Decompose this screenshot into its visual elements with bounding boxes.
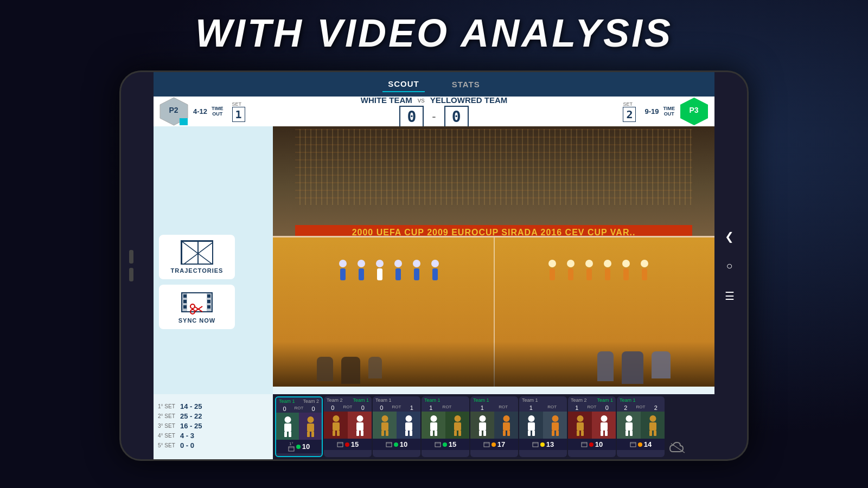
cloud-sync-icon bbox=[666, 396, 690, 457]
rally-item-4[interactable]: Team 1 1 ROT bbox=[422, 396, 469, 457]
rally-item-3[interactable]: Team 1 0 ROT 1 bbox=[373, 396, 420, 457]
p2-badge: P2 bbox=[159, 97, 189, 126]
trajectories-label: TRAJECTORIES bbox=[164, 267, 229, 274]
volume-up-button[interactable] bbox=[129, 250, 133, 264]
svg-rect-90 bbox=[605, 431, 608, 436]
rally-item-5[interactable]: Team 1 1 ROT bbox=[470, 396, 518, 457]
svg-rect-86 bbox=[581, 431, 584, 436]
rally-item-8[interactable]: Team 1 2 ROT 2 bbox=[617, 396, 665, 457]
svg-text:P3: P3 bbox=[689, 106, 698, 114]
rally-timeline[interactable]: Team 1 Team 2 0 ROT 0 bbox=[273, 394, 714, 459]
set-score-row-1: 1° SET 14 - 25 bbox=[158, 402, 269, 410]
rally-1-team-top: Team 1 bbox=[279, 399, 295, 404]
svg-rect-59 bbox=[454, 431, 457, 436]
tab-scout[interactable]: SCOUT bbox=[382, 76, 425, 92]
back-button[interactable]: ❮ bbox=[720, 227, 739, 246]
svg-point-23 bbox=[284, 416, 291, 423]
svg-rect-34 bbox=[333, 422, 340, 431]
svg-point-87 bbox=[601, 415, 607, 422]
svg-rect-40 bbox=[361, 431, 363, 436]
score-header: P2 4-12 TIMEOUT SET 1 WHITE TEAM vs YELL… bbox=[154, 97, 714, 126]
volume-buttons bbox=[129, 250, 133, 281]
svg-rect-15 bbox=[183, 305, 187, 309]
rally-1-badge: 1° 10 bbox=[276, 440, 322, 453]
svg-point-83 bbox=[577, 415, 583, 422]
svg-rect-50 bbox=[410, 431, 412, 436]
rally-2-num: 15 bbox=[351, 440, 359, 448]
set-score-row-2: 2° SET 25 - 22 bbox=[158, 412, 269, 420]
rally-7-num: 10 bbox=[595, 440, 603, 448]
rally-6-scores: 1 ROT bbox=[519, 404, 567, 412]
svg-rect-24 bbox=[284, 423, 291, 432]
recent-button[interactable]: ☰ bbox=[720, 286, 739, 305]
rally-4-scores: 1 ROT bbox=[422, 404, 469, 412]
svg-rect-96 bbox=[630, 431, 633, 436]
svg-rect-16 bbox=[207, 294, 210, 298]
audience-silhouettes bbox=[317, 357, 382, 384]
svg-rect-94 bbox=[626, 422, 633, 431]
set-number-left: 1 bbox=[232, 107, 245, 122]
svg-rect-39 bbox=[356, 431, 359, 436]
svg-rect-76 bbox=[532, 431, 535, 436]
svg-rect-85 bbox=[577, 431, 579, 436]
svg-rect-46 bbox=[386, 431, 388, 436]
set-number-right: 2 bbox=[623, 107, 636, 122]
rally-2-score1: 0 bbox=[331, 404, 334, 411]
svg-rect-78 bbox=[552, 422, 559, 431]
tools-section: TRAJECTORIES bbox=[159, 235, 235, 329]
rally-7-scores: 1 ROT 0 bbox=[568, 404, 616, 412]
rally-2-team-top: Team 2 bbox=[327, 397, 343, 403]
rally-7-badge: 10 bbox=[568, 439, 616, 450]
svg-point-73 bbox=[528, 415, 534, 422]
svg-rect-28 bbox=[307, 423, 314, 432]
svg-rect-88 bbox=[601, 422, 608, 431]
top-navigation: SCOUT STATS bbox=[154, 72, 714, 97]
rally-item-1[interactable]: Team 1 Team 2 0 ROT 0 bbox=[275, 396, 323, 457]
rally-item-7[interactable]: Team 2 Team 1 1 ROT 0 bbox=[568, 396, 616, 457]
svg-rect-38 bbox=[356, 422, 363, 431]
dot-red-2 bbox=[345, 442, 349, 447]
svg-rect-66 bbox=[483, 431, 486, 436]
svg-rect-79 bbox=[552, 431, 554, 436]
dot-yellow-6 bbox=[540, 442, 545, 447]
rally-1-player-right bbox=[299, 413, 322, 440]
set-score-row-5: 5° SET 0 - 0 bbox=[158, 441, 269, 450]
svg-rect-75 bbox=[528, 431, 531, 436]
rally-3-player-area bbox=[373, 412, 420, 439]
set-2-label: 2° SET bbox=[158, 413, 177, 419]
trajectories-tool[interactable]: TRAJECTORIES bbox=[159, 235, 235, 279]
svg-rect-26 bbox=[289, 432, 291, 437]
rally-3-scores: 0 ROT 1 bbox=[373, 404, 420, 412]
sync-now-tool[interactable]: SYNC NOW bbox=[159, 285, 235, 329]
p2-timeout: TIMEOUT bbox=[212, 106, 224, 117]
p2-score: 4-12 bbox=[193, 107, 207, 115]
svg-rect-17 bbox=[207, 300, 210, 303]
svg-rect-48 bbox=[405, 422, 412, 431]
set-1-label: 1° SET bbox=[158, 403, 177, 409]
phone-screen: SCOUT STATS P2 4-12 TIMEOUT S bbox=[154, 72, 714, 459]
trajectories-icon bbox=[181, 240, 213, 265]
svg-rect-71 bbox=[484, 442, 489, 447]
svg-rect-61 bbox=[435, 442, 441, 447]
rally-item-2[interactable]: Team 2 Team 1 0 ROT 0 bbox=[324, 396, 372, 457]
svg-rect-14 bbox=[183, 300, 187, 303]
rally-2-score2: 0 bbox=[361, 404, 365, 411]
svg-rect-18 bbox=[207, 305, 210, 309]
team1-name: WHITE TEAM bbox=[361, 95, 412, 105]
svg-rect-55 bbox=[430, 431, 433, 436]
rally-4-player-area bbox=[422, 412, 469, 439]
tab-stats[interactable]: STATS bbox=[446, 77, 486, 92]
home-button[interactable]: ○ bbox=[720, 256, 739, 275]
rally-1-header: Team 1 Team 2 bbox=[276, 397, 322, 405]
rally-1-rot: ROT bbox=[295, 406, 304, 412]
svg-rect-58 bbox=[454, 422, 461, 431]
volume-down-button[interactable] bbox=[129, 268, 133, 281]
svg-rect-70 bbox=[507, 431, 510, 436]
rally-item-6[interactable]: Team 1 1 ROT bbox=[519, 396, 567, 457]
svg-point-77 bbox=[552, 415, 558, 422]
svg-rect-54 bbox=[430, 422, 437, 431]
svg-marker-3 bbox=[180, 118, 188, 125]
svg-rect-98 bbox=[649, 422, 656, 431]
rally-5-header: Team 1 bbox=[470, 396, 518, 404]
rally-2-header: Team 2 Team 1 bbox=[324, 396, 372, 404]
